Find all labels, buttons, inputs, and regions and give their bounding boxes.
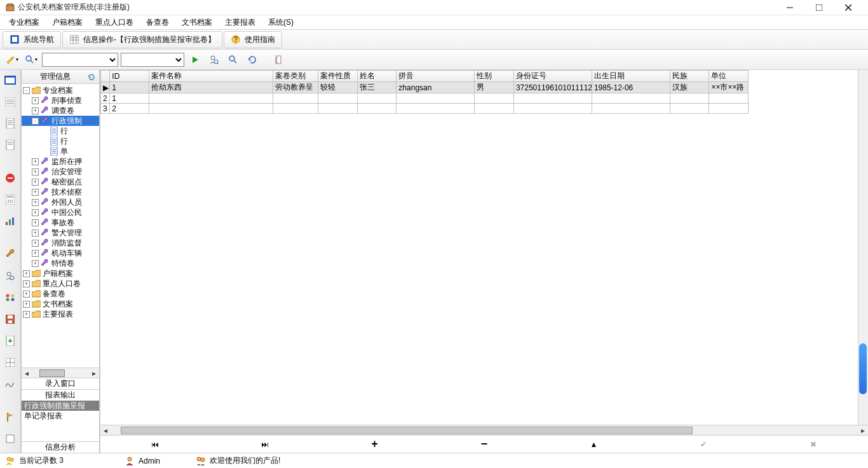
menu-reports[interactable]: 主要报表 [219, 16, 262, 29]
edit-button[interactable]: ▾ [4, 52, 20, 67]
strip-doc-button[interactable] [3, 116, 18, 131]
nav-up[interactable]: ▲ [581, 438, 607, 451]
stack-input[interactable]: 录入窗口 [22, 378, 99, 389]
menu-check[interactable]: 备查卷 [140, 16, 175, 29]
strip-import-button[interactable] [3, 333, 18, 348]
stack-report[interactable]: 报表输出 [22, 389, 99, 401]
tree-item[interactable]: +备查卷 [22, 289, 99, 299]
tab-info[interactable]: 信息操作-【行政强制措施呈报审批卷】 [62, 31, 222, 48]
strip-calc-button[interactable] [3, 192, 18, 207]
grid-hscroll[interactable]: ◂▸ [100, 425, 868, 435]
nav-cancel[interactable]: ✖ [801, 438, 826, 451]
col-header[interactable]: 拼音 [397, 71, 475, 82]
tree-item[interactable]: +调查卷 [22, 106, 99, 116]
grid-icon [69, 34, 79, 45]
strip-chart-button[interactable] [3, 214, 18, 229]
tree-item[interactable]: +刑事侦查 [22, 95, 99, 106]
nav-remove[interactable]: − [471, 438, 497, 451]
tree-item[interactable]: +监所在押 [22, 156, 99, 167]
svg-rect-7 [12, 37, 17, 42]
col-header[interactable]: 姓名 [357, 71, 397, 82]
tree-item[interactable]: +警犬管理 [22, 228, 99, 238]
menu-system[interactable]: 系统(S) [262, 16, 300, 29]
floating-scroll[interactable] [859, 343, 867, 394]
user-text: Admin [139, 457, 160, 465]
strip-list-button[interactable] [3, 94, 18, 109]
grid[interactable]: ID案件名称案卷类别案件性质姓名拼音性别身份证号出生日期民族单位▶11抢劫东西劳… [100, 70, 858, 425]
refresh-button[interactable] [244, 52, 261, 67]
tree-item[interactable]: +主要报表 [22, 309, 99, 319]
search-button[interactable] [225, 52, 241, 67]
search-person-button[interactable] [206, 52, 222, 67]
stack-item-1[interactable]: 单记录报表 [22, 411, 99, 421]
col-header[interactable]: 单位 [709, 71, 749, 82]
minimize-button[interactable] [775, 0, 804, 15]
tree-item[interactable]: 单 [22, 146, 99, 156]
tab-nav[interactable]: 系统导航 [3, 31, 61, 48]
tab-guide[interactable]: ? 使用指南 [224, 31, 282, 48]
col-header[interactable]: 案卷类别 [273, 71, 318, 82]
table-row[interactable]: 21 [101, 93, 749, 104]
panel-refresh-button[interactable] [86, 72, 97, 82]
strip-blank-button[interactable] [3, 431, 18, 446]
strip-stop-button[interactable] [3, 170, 18, 186]
menu-docs[interactable]: 文书档案 [175, 16, 219, 29]
menu-keypop[interactable]: 重点人口卷 [89, 16, 140, 29]
filter-combo-2[interactable] [121, 53, 184, 67]
col-header[interactable]: 案件名称 [149, 71, 273, 82]
tree[interactable]: -专业档案+刑事侦查+调查卷-行政强制行行单+监所在押+治安管理+秘密据点+技术… [22, 84, 99, 368]
col-header[interactable]: 身份证号 [513, 71, 592, 82]
tree-item[interactable]: +外国人员 [22, 197, 99, 207]
col-header[interactable]: 出生日期 [592, 71, 670, 82]
svg-point-80 [197, 457, 201, 461]
strip-save-button[interactable] [3, 312, 18, 327]
nav-confirm[interactable]: ✔ [691, 438, 716, 451]
tree-item[interactable]: +治安管理 [22, 167, 99, 177]
strip-window-button[interactable] [3, 72, 18, 88]
tree-item[interactable]: +秘密据点 [22, 177, 99, 187]
col-header[interactable]: 民族 [670, 71, 709, 82]
tree-item[interactable]: 行 [22, 126, 99, 136]
strip-grid-button[interactable] [3, 355, 18, 370]
menu-professional[interactable]: 专业档案 [3, 16, 46, 29]
strip-colors-button[interactable] [3, 290, 18, 305]
tree-item[interactable]: +重点人口卷 [22, 279, 99, 289]
tree-item[interactable]: +中国公民 [22, 207, 99, 217]
tree-hscroll[interactable]: ◂▸ [22, 368, 99, 378]
attach-button[interactable] [271, 52, 287, 67]
tree-item[interactable]: +文书档案 [22, 299, 99, 309]
maximize-button[interactable] [804, 0, 834, 15]
close-button[interactable] [834, 0, 863, 15]
nav-add[interactable]: + [362, 438, 387, 451]
tree-item[interactable]: +特情卷 [22, 258, 99, 268]
user-icon [125, 456, 135, 466]
strip-find-person-button[interactable] [3, 268, 18, 284]
nav-first[interactable]: ⏮ [142, 438, 168, 451]
table-row[interactable]: ▶11抢劫东西劳动教养呈较轻张三zhangsan男372501196101011… [101, 82, 749, 93]
zoom-button[interactable]: ▾ [23, 52, 39, 67]
menu-household[interactable]: 户籍档案 [46, 16, 89, 29]
tree-item[interactable]: +消防监督 [22, 238, 99, 248]
tree-item[interactable]: -行政强制 [22, 116, 99, 126]
stack-analysis[interactable]: 信息分析 [22, 441, 99, 453]
tree-item[interactable]: -专业档案 [22, 85, 99, 95]
col-header[interactable]: 性别 [475, 71, 514, 82]
tree-item[interactable]: +户籍档案 [22, 268, 99, 279]
run-button[interactable] [187, 52, 203, 67]
filter-combo-1[interactable] [42, 53, 118, 67]
strip-squiggle-button[interactable] [3, 376, 18, 392]
table-row[interactable]: 32 [101, 104, 749, 114]
strip-wrench-button[interactable] [3, 247, 18, 262]
strip-flag-button[interactable] [3, 410, 18, 425]
stack-item-0[interactable]: 行政强制措施呈报 [22, 401, 99, 411]
tree-item[interactable]: +技术侦察 [22, 187, 99, 197]
strip-doc2-button[interactable] [3, 137, 18, 153]
col-header[interactable]: ID [110, 71, 149, 82]
svg-point-53 [11, 294, 15, 298]
svg-point-77 [7, 457, 11, 461]
col-header[interactable]: 案件性质 [318, 71, 358, 82]
tree-item[interactable]: +机动车辆 [22, 248, 99, 258]
tree-item[interactable]: +事故卷 [22, 217, 99, 228]
nav-last[interactable]: ⏭ [252, 438, 278, 451]
tree-item[interactable]: 行 [22, 136, 99, 146]
